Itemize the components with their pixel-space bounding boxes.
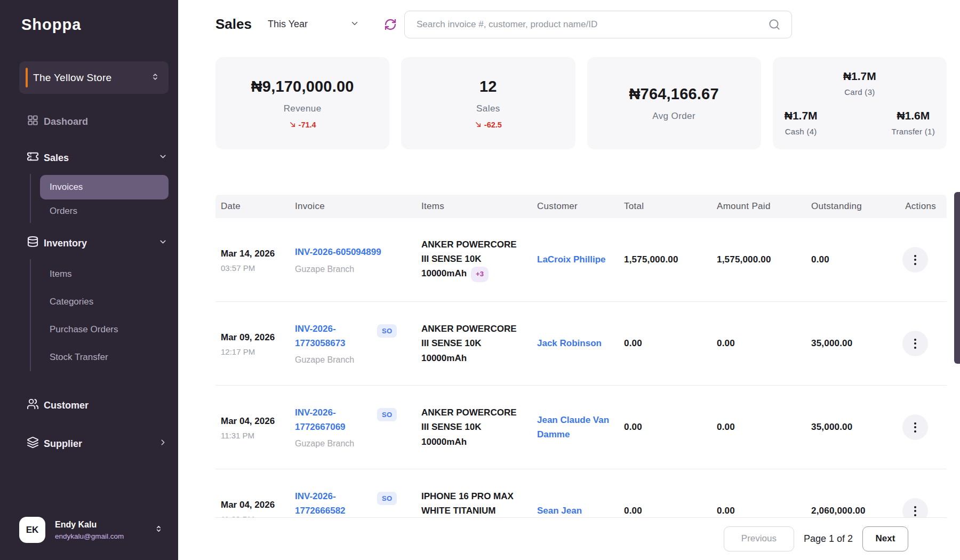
invoice-branch: Guzape Branch	[295, 439, 371, 449]
kebab-icon	[914, 339, 916, 341]
sidebar-item-label: Supplier	[44, 438, 82, 450]
invoice-outstanding: 2,060,000.00	[806, 506, 885, 516]
search-input[interactable]	[404, 11, 792, 38]
payment-cash-value: ₦1.7M	[785, 109, 818, 122]
invoice-total: 0.00	[619, 338, 711, 349]
trend-down-icon	[289, 121, 296, 128]
invoice-time: 11:23 PM	[221, 515, 290, 517]
items-extra-badge[interactable]: +3	[471, 267, 489, 282]
chevron-right-icon[interactable]	[158, 438, 167, 450]
users-icon	[27, 398, 39, 413]
stat-card-avg-order: ₦764,166.67 Avg Order	[587, 57, 761, 149]
table-row: Mar 14, 2026 03:57 PM INV-2026-605094899…	[215, 218, 947, 302]
invoice-number-link[interactable]: INV-2026-1772667069	[295, 406, 371, 434]
sidebar-nav: Dashoard Sales Invoices Orders Inventory	[0, 109, 178, 457]
previous-page-button[interactable]: Previous	[724, 526, 794, 551]
revenue-label: Revenue	[284, 103, 322, 114]
app-logo: Shoppa	[21, 16, 178, 34]
store-accent-bar	[26, 68, 28, 87]
sidebar-item-orders[interactable]: Orders	[40, 199, 169, 223]
sidebar-item-categories[interactable]: Categories	[40, 288, 169, 316]
column-header-customer: Customer	[532, 201, 619, 212]
trend-down-icon	[475, 121, 482, 128]
inventory-submenu: Items Categories Purchase Orders Stock T…	[30, 259, 178, 371]
payment-card-group: ₦1.7M Card (3)	[843, 70, 876, 97]
payment-card-label: Card (3)	[843, 87, 876, 97]
invoice-number-link[interactable]: INV-2026-1772666582	[295, 490, 371, 517]
pagination: Previous Page 1 of 2 Next	[215, 517, 947, 559]
invoice-number-link[interactable]: INV-2026-1773058673	[295, 322, 371, 350]
customer-link[interactable]: LaCroix Phillipe	[537, 252, 617, 267]
sidebar-item-dashboard[interactable]: Dashoard	[0, 109, 178, 134]
revenue-value: ₦9,170,000.00	[251, 78, 354, 95]
customer-link[interactable]: Jean Claude Van Damme	[537, 413, 617, 442]
column-header-total: Total	[619, 201, 711, 212]
sidebar-item-label: Sales	[44, 153, 69, 164]
page-info: Page 1 of 2	[804, 533, 853, 545]
sidebar-item-label: Inventory	[44, 238, 87, 249]
period-dropdown[interactable]: This Year	[268, 19, 359, 30]
column-header-date: Date	[215, 201, 290, 212]
customer-link[interactable]: Sean Jean	[537, 503, 617, 517]
sales-value: 12	[479, 78, 497, 95]
sidebar-item-label: Customer	[44, 400, 89, 411]
sidebar-item-customer[interactable]: Customer	[0, 393, 178, 418]
payment-transfer-label: Transfer (1)	[892, 127, 935, 136]
invoice-date: Mar 04, 2026	[221, 414, 277, 428]
next-page-button[interactable]: Next	[862, 526, 908, 551]
row-actions-button[interactable]	[902, 414, 928, 440]
sidebar-item-invoices[interactable]: Invoices	[40, 175, 169, 199]
stat-card-payments: ₦1.7M Card (3) ₦1.7M Cash (4) ₦1.6M Tran…	[773, 57, 947, 149]
invoice-amount-paid: 1,575,000.00	[711, 254, 806, 265]
user-profile[interactable]: EK Endy Kalu endykalu@gmail.com	[0, 517, 178, 560]
column-header-amount-paid: Amount Paid	[711, 201, 806, 212]
sales-change: -62.5	[475, 121, 502, 129]
sidebar-item-stock-transfer[interactable]: Stock Transfer	[40, 343, 169, 371]
sidebar-item-inventory[interactable]: Inventory	[0, 230, 178, 256]
invoice-items: ANKER POWERCORE III SENSE 10K 10000mAh	[421, 405, 526, 449]
store-selector[interactable]: The Yellow Store	[19, 61, 169, 94]
invoice-amount-paid: 0.00	[711, 506, 806, 516]
main-content: Sales This Year ₦9,170,000.00 Revenue -7…	[178, 0, 960, 560]
sidebar-item-items[interactable]: Items	[40, 260, 169, 288]
payment-cash-label: Cash (4)	[785, 127, 818, 136]
row-actions-button[interactable]	[902, 498, 928, 517]
invoice-amount-paid: 0.00	[711, 422, 806, 433]
refresh-icon[interactable]	[384, 18, 397, 31]
invoice-time: 03:57 PM	[221, 263, 290, 273]
column-header-actions: Actions	[885, 201, 947, 212]
invoice-items: ANKER POWERCORE III SENSE 10K 10000mAh+3	[421, 237, 526, 282]
search-icon[interactable]	[767, 18, 781, 34]
sidebar-item-sales[interactable]: Sales	[0, 145, 178, 171]
invoice-total: 0.00	[619, 422, 711, 433]
vertical-scrollbar[interactable]	[954, 192, 960, 364]
invoice-outstanding: 35,000.00	[806, 422, 885, 433]
avg-order-label: Avg Order	[652, 111, 695, 122]
topbar: Sales This Year	[215, 10, 947, 38]
invoice-branch: Guzape Branch	[295, 355, 371, 365]
invoice-date: Mar 04, 2026	[221, 498, 277, 512]
sidebar-item-supplier[interactable]: Supplier	[0, 431, 178, 457]
sidebar-item-label: Dashoard	[44, 116, 88, 127]
column-header-outstanding: Outstanding	[806, 201, 885, 212]
period-label: This Year	[268, 19, 308, 30]
invoice-total: 1,575,000.00	[619, 254, 711, 265]
row-actions-button[interactable]	[902, 331, 928, 356]
invoice-amount-paid: 0.00	[711, 338, 806, 349]
chevron-up-down-icon	[154, 524, 163, 535]
stat-card-revenue: ₦9,170,000.00 Revenue -71.4	[215, 57, 389, 149]
invoice-branch: Guzape Branch	[295, 265, 381, 274]
ticket-icon	[27, 150, 39, 165]
sales-submenu: Invoices Orders	[30, 174, 178, 223]
sales-order-badge: SO	[377, 324, 397, 338]
sales-order-badge: SO	[377, 408, 397, 421]
avatar: EK	[19, 517, 45, 543]
customer-link[interactable]: Jack Robinson	[537, 336, 617, 350]
table-row: Mar 04, 2026 11:23 PM INV-2026-177266658…	[215, 469, 947, 517]
chevron-down-icon[interactable]	[158, 152, 167, 164]
row-actions-button[interactable]	[902, 247, 928, 273]
chevron-down-icon[interactable]	[158, 237, 167, 249]
invoice-number-link[interactable]: INV-2026-605094899	[295, 245, 381, 259]
table-row: Mar 09, 2026 12:17 PM INV-2026-177305867…	[215, 302, 947, 386]
sidebar-item-purchase-orders[interactable]: Purchase Orders	[40, 316, 169, 343]
